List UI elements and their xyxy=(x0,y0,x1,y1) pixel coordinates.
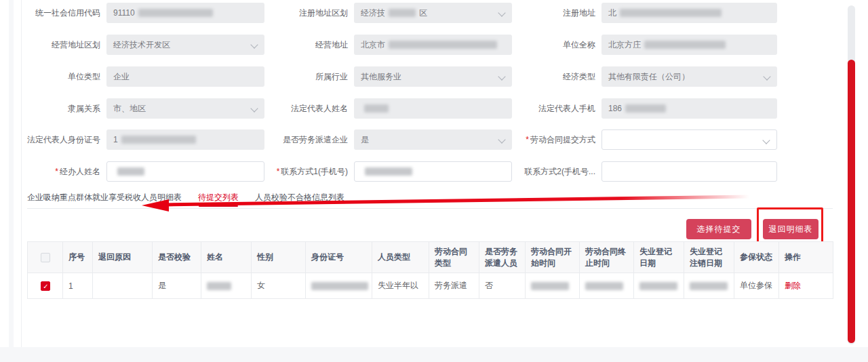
col-return-reason: 退回原因 xyxy=(93,242,153,273)
redacted-value xyxy=(625,104,666,113)
field-business-district: 经营地址区划 经济技术开发区 xyxy=(22,35,264,55)
cell-is-dispatch: 否 xyxy=(479,273,526,299)
field-registered-address: 注册地址 北 xyxy=(515,3,777,23)
select-all-cell xyxy=(28,242,63,273)
contract-submit-method-label: *劳动合同提交方式 xyxy=(515,129,601,150)
redacted-value xyxy=(364,104,389,113)
field-contract-submit-method: *劳动合同提交方式 xyxy=(515,129,777,150)
chevron-down-icon xyxy=(498,136,505,143)
required-asterisk: * xyxy=(526,135,529,144)
col-unemp-cancel-date: 失业登记注销日期 xyxy=(684,242,734,273)
cell-contract-start xyxy=(526,273,580,299)
cell-name xyxy=(201,273,252,299)
col-contract-end: 劳动合同终止时间 xyxy=(580,242,634,273)
redacted-value xyxy=(690,282,728,290)
row-select-cell xyxy=(28,273,63,299)
field-legal-rep-name: 法定代表人姓名 xyxy=(268,98,512,119)
legal-rep-id-input[interactable]: 1 xyxy=(106,129,264,150)
left-panel-strip xyxy=(9,0,14,347)
legal-rep-phone-label: 法定代表人手机 xyxy=(515,98,601,119)
table-header-row: 序号 退回原因 是否校验 姓名 性别 身份证号 人员类型 劳动合同类型 是否劳务… xyxy=(28,242,833,273)
contact-phone-1-label: *联系方式1(手机号) xyxy=(268,161,354,182)
delete-link[interactable]: 删除 xyxy=(785,281,801,290)
redacted-value xyxy=(121,136,196,144)
registered-address-label: 注册地址 xyxy=(515,3,601,23)
industry-select[interactable]: 其他服务业 xyxy=(354,66,512,87)
cell-contract-type: 劳务派遣 xyxy=(429,273,479,299)
col-seq: 序号 xyxy=(63,242,93,273)
cell-unemp-reg-date xyxy=(634,273,684,299)
field-registered-district: 注册地址区划 经济技区 xyxy=(268,3,512,23)
economic-type-label: 经济类型 xyxy=(515,66,601,87)
required-asterisk: * xyxy=(277,167,280,176)
col-unemp-reg-date: 失业登记日期 xyxy=(634,242,684,273)
redacted-value xyxy=(620,9,722,17)
business-address-label: 经营地址 xyxy=(268,35,354,55)
chevron-down-icon xyxy=(498,73,505,80)
tab-pending-submit-list[interactable]: 待提交列表 xyxy=(198,191,239,207)
contact-phone-2-input[interactable] xyxy=(601,161,777,182)
contact-phone-1-input[interactable] xyxy=(354,161,512,182)
agent-name-label: *经办人姓名 xyxy=(22,161,106,182)
field-legal-rep-id: 法定代表人身份证号 1 xyxy=(22,129,264,150)
unit-type-label: 单位类型 xyxy=(22,66,106,87)
return-detail-button[interactable]: 退回明细表 xyxy=(763,219,818,239)
registered-district-select[interactable]: 经济技区 xyxy=(354,3,512,23)
cell-gender: 女 xyxy=(252,273,306,299)
chevron-down-icon xyxy=(498,9,505,16)
agent-name-input[interactable] xyxy=(106,161,264,182)
col-id-number: 身份证号 xyxy=(306,242,372,273)
credit-code-input[interactable]: 91110 xyxy=(106,3,264,23)
industry-label: 所属行业 xyxy=(268,66,354,87)
page-bottom-strip xyxy=(0,347,868,362)
col-gender: 性别 xyxy=(252,242,306,273)
credit-code-label: 统一社会信用代码 xyxy=(22,3,106,23)
field-unit-type: 单位类型 企业 xyxy=(22,66,264,87)
company-name-input[interactable]: 北京方庄 xyxy=(601,35,777,55)
is-dispatch-company-select[interactable]: 是 xyxy=(354,129,512,150)
business-address-input[interactable]: 北京市 xyxy=(354,35,512,55)
select-all-checkbox[interactable] xyxy=(41,253,50,262)
field-agent-name: *经办人姓名 xyxy=(22,161,264,182)
col-verified: 是否校验 xyxy=(153,242,201,273)
select-pending-button[interactable]: 选择待提交 xyxy=(686,219,751,239)
redacted-value xyxy=(311,282,368,290)
legal-rep-phone-input[interactable]: 186 xyxy=(601,98,777,119)
economic-type-select[interactable]: 其他有限责任（公司） xyxy=(601,66,777,87)
registered-address-input[interactable]: 北 xyxy=(601,3,777,23)
required-asterisk: * xyxy=(55,167,58,176)
col-insure-status: 参保状态 xyxy=(734,242,779,273)
legal-rep-name-input[interactable] xyxy=(354,98,512,119)
redacted-value xyxy=(639,282,677,290)
pending-submit-table: 序号 退回原因 是否校验 姓名 性别 身份证号 人员类型 劳动合同类型 是否劳务… xyxy=(27,241,833,299)
redacted-value xyxy=(207,282,231,290)
affiliation-select[interactable]: 市、地区 xyxy=(106,98,264,119)
redacted-value xyxy=(389,41,497,49)
cell-verified: 是 xyxy=(153,273,201,299)
business-district-select[interactable]: 经济技术开发区 xyxy=(106,35,264,55)
col-contract-type: 劳动合同类型 xyxy=(429,242,479,273)
field-contact-phone-2: 联系方式2(手机号... xyxy=(515,161,777,182)
contact-phone-2-label: 联系方式2(手机号... xyxy=(515,161,601,182)
contract-submit-method-select[interactable] xyxy=(601,129,777,150)
tab-invalid-person-list[interactable]: 人员校验不合格信息列表 xyxy=(255,191,344,207)
field-company-name: 单位全称 北京方庄 xyxy=(515,35,777,55)
field-credit-code: 统一社会信用代码 91110 xyxy=(22,3,264,23)
redacted-value xyxy=(644,41,726,49)
registered-district-label: 注册地址区划 xyxy=(268,3,354,23)
col-contract-start: 劳动合同开始时间 xyxy=(526,242,580,273)
cell-unemp-cancel-date xyxy=(684,273,734,299)
scrollbar-thumb[interactable] xyxy=(848,60,855,343)
unit-type-input[interactable]: 企业 xyxy=(106,66,264,87)
col-action: 操作 xyxy=(779,242,833,273)
legal-rep-id-label: 法定代表人身份证号 xyxy=(22,129,106,150)
redacted-value xyxy=(531,282,569,290)
chevron-down-icon xyxy=(250,41,258,48)
tab-enterprise-detail-list[interactable]: 企业吸纳重点群体就业享受税收人员明细表 xyxy=(27,191,182,207)
field-contact-phone-1: *联系方式1(手机号) xyxy=(268,161,512,182)
redacted-value xyxy=(117,167,144,176)
row-checkbox[interactable] xyxy=(41,281,50,291)
cell-person-type: 失业半年以 xyxy=(372,273,429,299)
cell-contract-end xyxy=(580,273,634,299)
cell-id-number xyxy=(306,273,372,299)
